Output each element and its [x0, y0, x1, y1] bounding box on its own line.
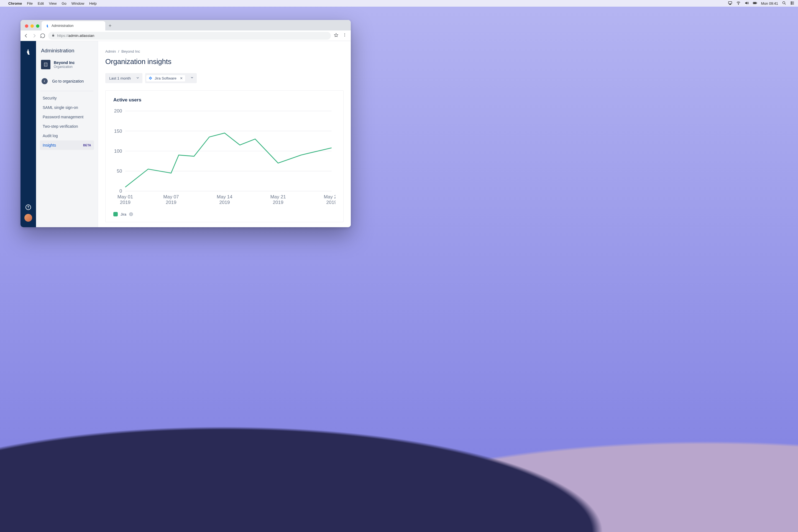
org-name: Beyond Inc — [54, 60, 75, 65]
svg-point-11 — [344, 34, 345, 35]
atlassian-logo-icon[interactable] — [25, 49, 32, 57]
menubar-item-view[interactable]: View — [49, 1, 57, 5]
sidebar-item-saml-single-sign-on[interactable]: SAML single sign-on — [40, 103, 94, 112]
jira-software-icon — [149, 76, 152, 80]
svg-text:150: 150 — [114, 128, 122, 134]
remove-filter-icon[interactable]: ✕ — [179, 76, 183, 80]
menubar-clock[interactable]: Mon 09:41 — [761, 1, 778, 5]
breadcrumb: Admin / Beyond Inc — [105, 49, 344, 54]
chevron-down-icon — [136, 76, 140, 81]
breadcrumb-leaf[interactable]: Beyond Inc — [121, 49, 140, 54]
breadcrumb-root[interactable]: Admin — [105, 49, 116, 54]
arrow-left-circle-icon — [41, 78, 48, 84]
sidebar-item-audit-log[interactable]: Audit log — [40, 131, 94, 140]
sidebar-item-password-management[interactable]: Password management — [40, 112, 94, 122]
svg-text:May 14: May 14 — [217, 194, 232, 200]
wifi-icon[interactable] — [736, 1, 741, 6]
go-to-organization-label: Go to organization — [52, 79, 84, 83]
forward-button[interactable] — [32, 33, 37, 39]
time-range-select[interactable]: Last 1 month — [105, 73, 142, 83]
svg-text:2019: 2019 — [273, 200, 283, 205]
org-subtitle: Organization — [54, 65, 75, 69]
org-building-icon — [41, 60, 51, 69]
breadcrumb-separator: / — [118, 49, 119, 54]
product-filter-tag[interactable]: Jira Software ✕ — [146, 75, 185, 81]
svg-point-8 — [791, 4, 791, 4]
legend-swatch — [113, 212, 118, 216]
svg-point-7 — [791, 2, 791, 3]
filter-bar: Last 1 month Jira Software ✕ — [105, 73, 344, 83]
svg-text:May 28: May 28 — [324, 194, 336, 200]
menubar-item-go[interactable]: Go — [61, 1, 66, 5]
window-close-button[interactable] — [25, 24, 28, 28]
browser-window: Administration + https://admin.atlassian… — [20, 20, 351, 227]
menubar-item-window[interactable]: Window — [72, 1, 84, 5]
svg-text:2019: 2019 — [219, 200, 230, 205]
product-filter[interactable]: Jira Software ✕ — [145, 73, 197, 83]
svg-text:100: 100 — [114, 148, 122, 154]
control-center-icon[interactable] — [790, 1, 795, 6]
chevron-down-icon — [186, 76, 197, 81]
sidebar-item-label: Security — [43, 96, 57, 100]
svg-text:0: 0 — [119, 188, 122, 194]
window-zoom-button[interactable] — [36, 24, 39, 28]
browser-menu-icon[interactable] — [342, 33, 347, 39]
card-title: Active users — [113, 97, 336, 103]
bookmark-star-icon[interactable] — [334, 33, 339, 39]
svg-text:May 07: May 07 — [163, 194, 179, 200]
sidebar-item-insights[interactable]: InsightsBETA — [40, 140, 94, 150]
time-range-label: Last 1 month — [109, 76, 131, 80]
reload-button[interactable] — [40, 33, 45, 39]
mac-menubar: Chrome File Edit View Go Window Help Mon… — [0, 0, 798, 7]
volume-icon[interactable] — [744, 1, 749, 6]
airplay-icon[interactable] — [728, 1, 732, 6]
page-title: Organization insights — [105, 57, 344, 66]
menubar-app-name[interactable]: Chrome — [8, 1, 22, 5]
menubar-item-help[interactable]: Help — [89, 1, 97, 5]
info-icon[interactable]: i — [129, 212, 133, 216]
svg-rect-3 — [753, 2, 756, 4]
svg-point-10 — [344, 33, 345, 34]
window-minimize-button[interactable] — [31, 24, 34, 28]
sidebar-item-security[interactable]: Security — [40, 93, 94, 103]
atlassian-favicon-icon — [45, 24, 49, 28]
svg-point-12 — [344, 36, 345, 36]
browser-tab-title: Administration — [52, 24, 73, 28]
global-nav-rail: ? — [20, 41, 36, 227]
sidebar-item-label: Audit log — [43, 134, 58, 138]
svg-rect-9 — [52, 35, 54, 37]
battery-icon[interactable] — [753, 1, 757, 6]
spotlight-icon[interactable] — [782, 1, 786, 6]
help-icon[interactable]: ? — [25, 205, 31, 210]
svg-point-6 — [791, 1, 791, 2]
svg-rect-13 — [44, 63, 48, 66]
menubar-item-file[interactable]: File — [27, 1, 33, 5]
lock-icon — [52, 34, 55, 38]
back-button[interactable] — [23, 33, 29, 39]
sidebar-heading: Administration — [40, 48, 94, 54]
svg-point-5 — [783, 1, 785, 4]
product-filter-label: Jira Software — [155, 76, 176, 80]
go-to-organization-link[interactable]: Go to organization — [40, 74, 94, 88]
sidebar-item-label: SAML single sign-on — [43, 105, 78, 110]
beta-badge: BETA — [83, 144, 91, 147]
svg-text:200: 200 — [114, 108, 122, 114]
address-bar[interactable]: https://admin.atlassian — [48, 32, 331, 40]
svg-text:May 21: May 21 — [270, 194, 286, 200]
legend-label: Jira — [120, 212, 126, 216]
browser-tab[interactable]: Administration — [41, 21, 105, 31]
org-card[interactable]: Beyond Inc Organization — [40, 59, 94, 70]
sidebar: Administration Beyond Inc Organization G… — [36, 41, 98, 227]
user-avatar[interactable] — [24, 214, 32, 222]
sidebar-divider — [40, 91, 93, 91]
browser-tab-strip: Administration + — [20, 20, 351, 31]
active-users-chart: 050100150200May 012019May 072019May 1420… — [113, 108, 336, 207]
sidebar-item-label: Two-step verification — [43, 124, 78, 129]
menubar-item-edit[interactable]: Edit — [38, 1, 44, 5]
sidebar-item-two-step-verification[interactable]: Two-step verification — [40, 122, 94, 131]
browser-toolbar: https://admin.atlassian — [20, 31, 351, 41]
svg-text:May 01: May 01 — [117, 194, 133, 200]
new-tab-button[interactable]: + — [105, 23, 115, 31]
svg-text:50: 50 — [117, 168, 122, 174]
active-users-card: Active users 050100150200May 012019May 0… — [105, 90, 344, 222]
